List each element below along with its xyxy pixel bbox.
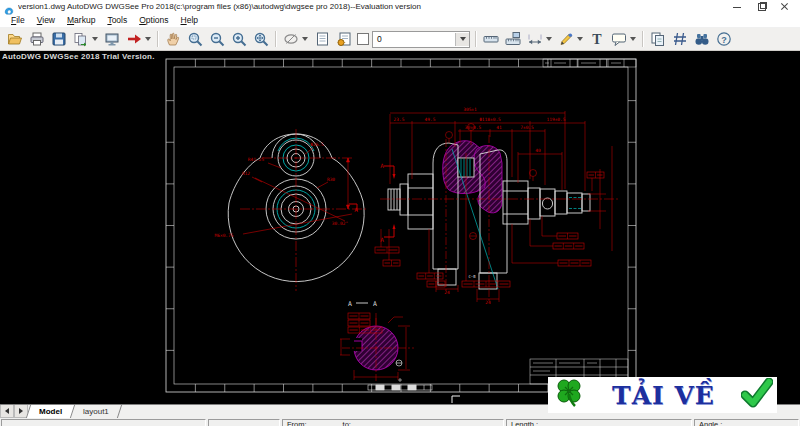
- tolerance-boxes: [348, 172, 604, 333]
- ellipse-icon: [283, 31, 299, 47]
- application-window: version1.dwg AutoDWG DWGSee Pro 2018(c:\…: [0, 0, 800, 426]
- drawing-viewport[interactable]: Φ26.5R41.25R12R3030.02°M6×0.75A305±123.5…: [0, 51, 800, 404]
- binoculars-icon: [694, 31, 710, 47]
- maximize-icon[interactable]: [756, 2, 766, 11]
- status-message-panel: [1, 419, 206, 426]
- front-view: [228, 129, 368, 291]
- hatch-icon: [672, 31, 688, 47]
- menu-help[interactable]: Help: [175, 15, 204, 25]
- callout-markup-button[interactable]: [608, 28, 639, 50]
- ruler-area-icon: [505, 31, 521, 47]
- section-view: [340, 303, 414, 381]
- sheet-frame: [166, 59, 636, 403]
- convert-button[interactable]: [70, 28, 101, 50]
- checkmark-icon: [741, 378, 773, 412]
- layer-combo[interactable]: 0: [357, 31, 470, 48]
- menu-markup[interactable]: Markup: [61, 15, 101, 25]
- layer-manager-button[interactable]: [333, 28, 355, 50]
- download-badge[interactable]: TẢI VỀ: [548, 377, 777, 413]
- svg-text:R12: R12: [242, 171, 250, 176]
- tab-layout1[interactable]: layout1: [71, 405, 122, 418]
- toolbar-separator: [157, 31, 159, 47]
- text-markup-button[interactable]: T: [586, 28, 608, 50]
- svg-text:30±0.5: 30±0.5: [465, 125, 482, 130]
- svg-text:A: A: [373, 300, 377, 308]
- svg-text:A: A: [348, 300, 352, 308]
- dropdown-arrow-icon: [92, 37, 98, 41]
- layer-color-swatch[interactable]: [357, 33, 369, 45]
- dropdown-arrow-icon: [302, 37, 308, 41]
- help-button[interactable]: ?: [713, 28, 735, 50]
- measure-area-button[interactable]: [502, 28, 524, 50]
- layers-button[interactable]: [311, 28, 333, 50]
- zoom-in-icon: [231, 31, 247, 47]
- svg-text:30.02°: 30.02°: [332, 221, 349, 226]
- minimize-icon[interactable]: [732, 2, 742, 11]
- status-length-panel: Length :: [506, 419, 692, 426]
- frame-zone-ticks: [166, 59, 636, 392]
- toolbar: 0T?: [0, 28, 800, 51]
- callout-icon: [611, 31, 627, 47]
- title-bar: version1.dwg AutoDWG DWGSee Pro 2018(c:\…: [0, 0, 800, 13]
- save-button[interactable]: [48, 28, 70, 50]
- distance-icon: [527, 31, 543, 47]
- zoom-extents-icon: [253, 31, 269, 47]
- open-button[interactable]: [4, 28, 26, 50]
- fit-screen-button[interactable]: [101, 28, 123, 50]
- menu-file[interactable]: File: [5, 15, 31, 25]
- floppy-icon: [51, 31, 67, 47]
- length-label: Length :: [511, 420, 538, 426]
- dropdown-arrow-icon: [546, 37, 552, 41]
- zoom-window-button[interactable]: [184, 28, 206, 50]
- copy-button[interactable]: [647, 28, 669, 50]
- pan-button[interactable]: [162, 28, 184, 50]
- forward-button[interactable]: [123, 28, 154, 50]
- to-label: to:: [343, 420, 351, 426]
- zoom-extents-button[interactable]: [250, 28, 272, 50]
- status-from-to-panel: From: to:: [282, 419, 504, 426]
- zoom-out-button[interactable]: [206, 28, 228, 50]
- printer-icon: [29, 31, 45, 47]
- menu-view[interactable]: View: [31, 15, 61, 25]
- dropdown-arrow-icon: [630, 37, 636, 41]
- measure-length-button[interactable]: [480, 28, 502, 50]
- measure-distance-button[interactable]: [524, 28, 555, 50]
- print-button[interactable]: [26, 28, 48, 50]
- find-button[interactable]: [691, 28, 713, 50]
- ellipse-markup-button[interactable]: [280, 28, 311, 50]
- svg-text:A: A: [380, 162, 384, 169]
- pen-markup-button[interactable]: [555, 28, 586, 50]
- chevron-down-icon: [460, 37, 466, 41]
- clover-icon: [552, 376, 586, 414]
- text-icon: T: [589, 31, 605, 47]
- menu-tools[interactable]: Tools: [101, 15, 133, 25]
- layer-settings-icon: [336, 31, 352, 47]
- layer-combo-value[interactable]: 0: [373, 34, 455, 44]
- close-icon[interactable]: [780, 2, 790, 11]
- left-arrow-icon: [5, 408, 9, 414]
- zoom-window-icon: [187, 31, 203, 47]
- svg-text:41: 41: [496, 125, 502, 130]
- svg-text:49.5: 49.5: [425, 117, 436, 122]
- export-icon: [73, 31, 89, 47]
- combo-dropdown-button[interactable]: [455, 33, 469, 46]
- svg-text:40: 40: [535, 148, 541, 153]
- svg-text:119±0.5: 119±0.5: [547, 117, 566, 122]
- monitor-icon: [104, 31, 120, 47]
- svg-text:?: ?: [721, 35, 727, 45]
- hatch-button[interactable]: [669, 28, 691, 50]
- cad-drawing[interactable]: Φ26.5R41.25R12R3030.02°M6×0.75A305±123.5…: [0, 51, 800, 404]
- tab-model[interactable]: Model: [26, 405, 75, 418]
- hand-icon: [165, 31, 181, 47]
- toolbar-separator: [275, 31, 277, 47]
- toolbar-separator: [475, 31, 477, 47]
- tab-scroll-left-button[interactable]: [0, 405, 14, 418]
- trial-watermark: AutoDWG DWGSee 2018 Trial Version.: [2, 52, 155, 61]
- menu-options[interactable]: Options: [133, 15, 174, 25]
- toolbar-separator: [642, 31, 644, 47]
- layers-icon: [314, 31, 330, 47]
- zoom-in-button[interactable]: [228, 28, 250, 50]
- app-logo-icon: [4, 2, 14, 12]
- svg-text:Φ118±0.5: Φ118±0.5: [479, 117, 501, 122]
- svg-text:24: 24: [485, 300, 491, 305]
